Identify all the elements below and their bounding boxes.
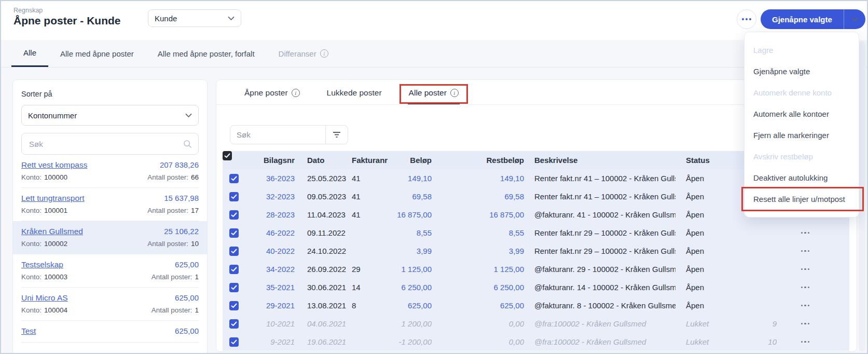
account-list-item[interactable]: Test 625,00 Konto: Antall poster:: [21, 321, 199, 343]
row-actions-button[interactable]: [798, 338, 813, 346]
row-checkbox[interactable]: [229, 210, 239, 220]
account-name-link[interactable]: Lett tungtransport: [21, 194, 85, 203]
bilagsnr-link[interactable]: 36-2023: [250, 174, 295, 183]
row-checkbox[interactable]: [229, 283, 239, 292]
menu-item[interactable]: Lagre: [745, 39, 859, 61]
column-header[interactable]: Beløp: [392, 156, 432, 165]
table-search-input[interactable]: [230, 125, 326, 144]
account-amount: 25 106,22: [164, 227, 199, 236]
account-name-link[interactable]: Rett vest kompass: [21, 160, 88, 170]
belop-cell: 6 250,00: [392, 283, 432, 292]
accounts-sidebar: Sorter på Kontonummer Rett vest kompass …: [12, 79, 208, 354]
bilagsnr-link[interactable]: 34-2022: [250, 265, 295, 274]
beskrivelse-cell: @fakturanr. 8 - 100002 - Kråken Gullsmed: [524, 301, 676, 310]
row-actions-button[interactable]: [798, 265, 813, 274]
sort-label: Sorter på: [21, 90, 199, 98]
row-checkbox[interactable]: [229, 174, 239, 183]
row-actions-button[interactable]: [798, 320, 813, 328]
account-name-link[interactable]: Testselskap: [21, 260, 63, 269]
filter-button[interactable]: [326, 125, 348, 144]
row-checkbox[interactable]: [229, 192, 239, 201]
dato-cell: 19.06.2021: [295, 337, 352, 346]
column-header[interactable]: Status: [676, 156, 727, 165]
sort-select[interactable]: Kontonummer: [21, 105, 199, 126]
row-checkbox[interactable]: [229, 265, 239, 274]
fakturanr-cell: 8: [352, 301, 392, 310]
menu-item[interactable]: Gjenåpne valgte: [745, 61, 859, 82]
top-tab[interactable]: Alle: [11, 40, 48, 67]
row-actions-button[interactable]: [798, 302, 813, 310]
bilagsnr-link[interactable]: 9-2021: [250, 337, 295, 346]
column-header[interactable]: Beskrivelse: [524, 156, 676, 165]
column-header[interactable]: Dato: [295, 156, 352, 165]
dato-cell: 09.11.2022: [295, 228, 352, 237]
bilagsnr-link[interactable]: 29-2021: [250, 301, 295, 310]
entity-select[interactable]: Kunde: [148, 9, 241, 27]
bilagsnr-link[interactable]: 28-2023: [250, 210, 295, 219]
menu-item-label: Deaktiver autolukking: [753, 173, 828, 182]
dato-cell: 26.09.2022: [295, 265, 352, 274]
restbelop-cell: 1 125,00: [432, 265, 524, 274]
row-actions-button[interactable]: [798, 283, 813, 292]
app-window: Regnskap Åpne poster - Kunde Kunde Gjenå…: [0, 0, 868, 354]
top-tab[interactable]: Alle med åpne poster, forfalt: [146, 40, 267, 67]
beskrivelse-cell: Renter fakt.nr 29 – 100002 - Kråken Gull…: [524, 247, 676, 255]
info-icon: [320, 49, 328, 58]
menu-item-label: Automerk alle kontoer: [753, 110, 829, 118]
bilagsnr-link[interactable]: 10-2021: [250, 319, 295, 328]
restbelop-cell: 0,00: [432, 319, 524, 328]
more-actions-button[interactable]: [737, 9, 756, 29]
account-name-link[interactable]: Uni Micro AS: [21, 293, 68, 303]
top-tab[interactable]: Alle med åpne poster: [48, 40, 146, 67]
account-list-item[interactable]: Kråken Gullsmed 25 106,22 Konto:100002 A…: [13, 221, 207, 254]
belop-cell: 3,99: [392, 247, 432, 255]
dato-cell: 30.06.2021: [295, 283, 352, 292]
bilagsnr-link[interactable]: 46-2022: [250, 228, 295, 237]
row-checkbox[interactable]: [229, 301, 239, 310]
account-number: Konto:100004: [21, 306, 67, 314]
primary-split-button: Gjenåpne valgte: [761, 9, 865, 29]
menu-item[interactable]: Resett alle linjer u/motpost: [745, 188, 859, 210]
account-name-link[interactable]: Test: [21, 326, 36, 336]
row-checkbox[interactable]: [229, 319, 239, 329]
menu-item[interactable]: Deaktiver autolukking: [745, 167, 859, 188]
belop-cell: 69,58: [392, 192, 432, 201]
postings-tab[interactable]: Åpne poster: [243, 88, 301, 104]
table-row: 40-2022 24.10.2022 3,99 3,99 Renter fakt…: [223, 242, 849, 260]
menu-item[interactable]: Avskriv restbeløp: [745, 146, 859, 167]
primary-button-dropdown-toggle[interactable]: [844, 9, 865, 29]
account-name-link[interactable]: Kråken Gullsmed: [21, 227, 83, 236]
reopen-selected-button[interactable]: Gjenåpne valgte: [761, 9, 844, 29]
bilagsnr-link[interactable]: 40-2022: [250, 247, 295, 255]
row-actions-button[interactable]: [798, 247, 813, 255]
restbelop-cell: 3,99: [432, 247, 524, 255]
chevron-down-icon: [185, 113, 192, 118]
account-list-item[interactable]: Rett vest kompass 207 838,26 Konto:10000…: [21, 155, 199, 188]
vertical-scrollbar[interactable]: [859, 41, 865, 351]
sidebar-search-input[interactable]: [28, 139, 183, 149]
account-list-item[interactable]: Testselskap 625,00 Konto:100003 Antall p…: [21, 254, 199, 288]
status-cell: Lukket: [676, 319, 727, 328]
bilagsnr-link[interactable]: 32-2023: [250, 192, 295, 201]
top-tab[interactable]: Differanser: [267, 40, 340, 67]
account-list-item[interactable]: Uni Micro AS 625,00 Konto:100004 Antall …: [21, 288, 199, 321]
row-checkbox[interactable]: [229, 228, 239, 238]
restbelop-cell: 8,55: [432, 228, 524, 237]
beskrivelse-cell: Renter fakt.nr 41 – 100002 - Kråken Gull…: [524, 192, 676, 201]
row-checkbox[interactable]: [229, 337, 239, 347]
postings-tab[interactable]: Alle poster: [408, 88, 460, 104]
menu-item[interactable]: Automerk denne konto: [745, 82, 859, 103]
row-actions-button[interactable]: [798, 229, 813, 237]
postings-tab[interactable]: Lukkede poster: [326, 88, 383, 104]
account-list-item[interactable]: Lett tungtransport 15 637,98 Konto:10000…: [21, 188, 199, 221]
beskrivelse-cell: Renter fakt.nr 29 – 100002 - Kråken Gull…: [524, 228, 676, 237]
column-header[interactable]: Bilagsnr: [250, 156, 295, 165]
menu-item[interactable]: Fjern alle markeringer: [745, 125, 859, 146]
belop-cell: 149,10: [392, 174, 432, 183]
column-header[interactable]: Fakturanr: [352, 156, 392, 165]
beskrivelse-cell: @fra:100002 - Kråken Gullsmed: [524, 337, 676, 346]
row-checkbox[interactable]: [229, 247, 239, 256]
bilagsnr-link[interactable]: 35-2021: [250, 283, 295, 292]
column-header[interactable]: Restbeløp: [432, 156, 524, 165]
menu-item[interactable]: Automerk alle kontoer: [745, 103, 859, 125]
